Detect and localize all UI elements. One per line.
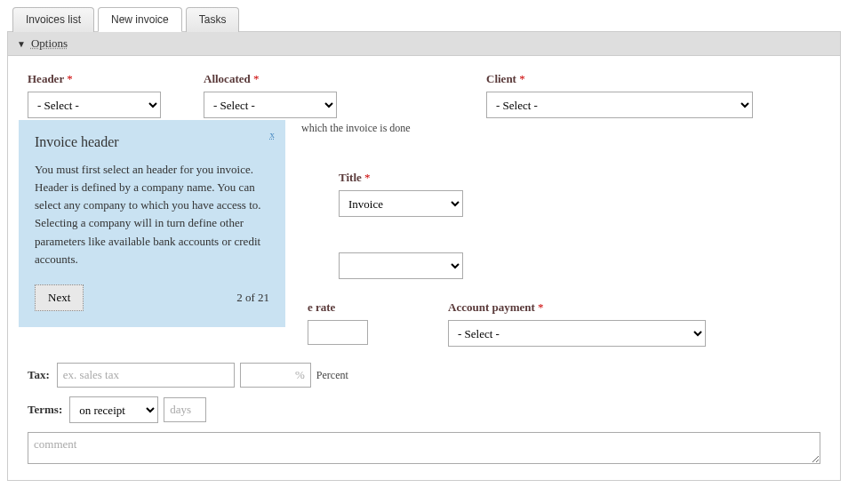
tax-percent-input[interactable] xyxy=(240,363,311,388)
tab-new-invoice[interactable]: New invoice xyxy=(98,7,182,32)
title-select[interactable]: Invoice xyxy=(339,190,463,217)
invoice-panel: ▼ Options Header * - Select - Allocated … xyxy=(7,32,841,481)
collapse-icon: ▼ xyxy=(17,39,26,49)
tab-tasks[interactable]: Tasks xyxy=(186,7,240,32)
popover-body: You must first select an header for you … xyxy=(35,161,269,268)
popover-close-icon[interactable]: x xyxy=(270,129,276,140)
comment-textarea[interactable] xyxy=(28,432,820,464)
header-label: Header * xyxy=(28,72,161,86)
mid-select[interactable] xyxy=(339,252,463,279)
account-payment-select[interactable]: - Select - xyxy=(448,320,706,347)
header-select[interactable]: - Select - xyxy=(28,92,161,118)
terms-select[interactable]: on receipt xyxy=(69,396,158,423)
tab-invoices-list[interactable]: Invoices list xyxy=(12,7,94,32)
terms-days-input[interactable] xyxy=(164,397,206,422)
account-payment-label: Account payment * xyxy=(448,300,706,315)
client-select[interactable]: - Select - xyxy=(486,92,753,118)
popover-title: Invoice header xyxy=(35,134,269,150)
allocated-select[interactable]: - Select - xyxy=(204,92,337,118)
tab-bar: Invoices list New invoice Tasks xyxy=(7,7,841,32)
popover-step: 2 of 21 xyxy=(236,291,269,305)
allocated-label: Allocated * xyxy=(204,72,337,86)
options-section-header[interactable]: ▼ Options xyxy=(8,32,840,56)
tax-name-input[interactable] xyxy=(57,363,235,388)
form-body: Header * - Select - Allocated * - Select… xyxy=(8,56,840,480)
popover-next-button[interactable]: Next xyxy=(35,284,84,311)
tour-popover: x Invoice header You must first select a… xyxy=(19,120,285,327)
tax-label: Tax: xyxy=(28,368,50,382)
rate-label: e rate xyxy=(308,300,370,315)
title-label: Title * xyxy=(339,171,463,185)
terms-label: Terms: xyxy=(28,403,62,417)
client-label: Client * xyxy=(486,72,753,86)
rate-input[interactable] xyxy=(308,320,368,345)
section-title: Options xyxy=(31,36,68,51)
allocated-help: which the invoice is done xyxy=(301,122,337,135)
percent-unit: Percent xyxy=(316,369,348,382)
